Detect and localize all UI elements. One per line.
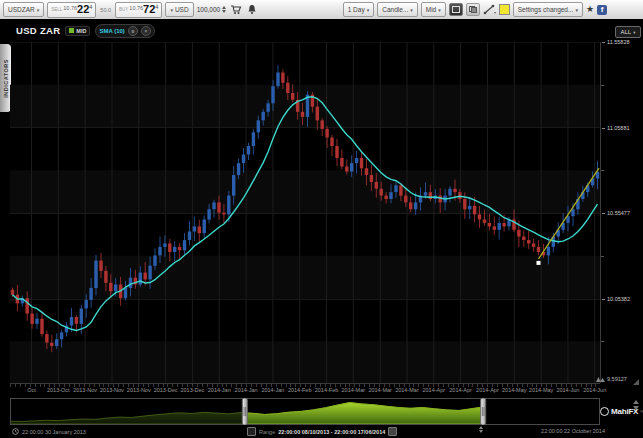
x-axis-label: 2014-Jan [261, 387, 284, 393]
x-axis-label: 2014-Feb [288, 387, 312, 393]
chart-type-select[interactable]: Candle... ▾ [377, 2, 418, 17]
area-min-icon [596, 376, 605, 382]
navigator-end-time: 22:00:00 22 October 2014 [460, 428, 605, 434]
y-axis-label: 11.55828 [602, 39, 630, 45]
sell-label: SELL [51, 7, 62, 12]
x-axis-label: 2013-Dec [154, 387, 178, 393]
trading-chart-app: USDZAR ▾ SELL 10.76 22 4 50.0 BUY 10.76 … [0, 0, 643, 438]
x-axis-label: 2014-Mar [395, 387, 419, 393]
price-type-value: Mid [426, 6, 436, 13]
plot-bands [10, 85, 600, 383]
trendline-tool-icon[interactable] [483, 3, 496, 16]
y-axis-label: 10.05382 [602, 296, 630, 302]
tile-windows-icon[interactable] [466, 3, 480, 16]
price-type-select[interactable]: Mid ▾ [421, 2, 446, 17]
chevron-down-icon: ▾ [633, 30, 635, 35]
x-axis-label: Oct [27, 387, 36, 393]
range-marker-end-icon[interactable] [388, 427, 397, 436]
sma-remove-icon[interactable]: × [141, 26, 151, 36]
x-axis-label: 2014-May [502, 387, 526, 393]
window-2 [471, 7, 477, 13]
indicators-tab-label: INDICATORS [3, 59, 9, 98]
chart-header: USD ZAR MID SMA (10) ≡ × [16, 24, 155, 37]
clock-icon [12, 428, 19, 435]
top-toolbar: USDZAR ▾ SELL 10.76 22 4 50.0 BUY 10.76 … [0, 0, 643, 20]
y-axis-minor-tick [601, 85, 604, 86]
chart-popout-icon[interactable] [449, 3, 463, 16]
chevron-down-icon: ▾ [575, 7, 578, 13]
y-axis-minor-tick [601, 256, 604, 257]
x-axis-label: 2014-Mar [342, 387, 366, 393]
x-axis-label: 2014-Feb [315, 387, 339, 393]
y-axis-minor-tick [601, 170, 604, 171]
end-time-value: 22:00:00 22 October 2014 [541, 428, 605, 434]
sell-big-figure: 10.76 [63, 5, 77, 11]
sma-settings-icon[interactable]: ≡ [128, 26, 138, 36]
buy-label: BUY [119, 7, 128, 12]
navigator-start-time: 22:00:00 30 January 2013 [12, 428, 86, 435]
navigator-handle-left[interactable] [242, 398, 247, 425]
bell-icon[interactable] [245, 3, 258, 16]
basket-icon[interactable] [229, 3, 242, 16]
currency-select[interactable]: ▾ USD [165, 2, 193, 17]
chevron-down-icon: ▾ [37, 7, 40, 13]
logo-ring-icon [600, 407, 609, 416]
range-navigator[interactable] [10, 398, 600, 425]
sell-button[interactable]: SELL 10.76 22 4 [47, 2, 96, 18]
zoom-all-button[interactable]: ALL ▾ [615, 26, 641, 38]
sell-pips: 22 [77, 4, 89, 15]
x-axis-label: 2014-May [529, 387, 553, 393]
chart-title: USD ZAR [16, 25, 60, 36]
color-swatch-yellow[interactable] [499, 4, 510, 15]
stepper-arrows-icon[interactable] [222, 6, 226, 13]
scroll-up-icon[interactable] [633, 400, 639, 404]
mahifx-logo: MahiFX ® [600, 407, 643, 416]
x-axis-label: 2014-Apr [476, 387, 499, 393]
popout-frame [452, 6, 460, 13]
x-axis-label: 2014-Jan [208, 387, 231, 393]
buy-fraction: 4 [155, 4, 158, 10]
navigator-handle-right[interactable] [481, 398, 486, 425]
x-axis-label: 2014-Jun [583, 387, 606, 393]
pair-select-value: USDZAR [8, 6, 35, 13]
chart-settings-controls: 1 Day ▾ Candle... ▾ Mid ▾ Settings chang… [343, 2, 643, 17]
pair-select[interactable]: USDZAR ▾ [3, 2, 44, 17]
amount-stepper[interactable]: 100,000 [197, 6, 227, 13]
x-axis-label: 2014-Apr [422, 387, 445, 393]
mid-price-badge: MID [65, 26, 90, 36]
period-select[interactable]: 1 Day ▾ [343, 2, 375, 17]
favorite-star-icon[interactable]: ★ [586, 5, 594, 14]
buy-button[interactable]: BUY 10.76 72 4 [115, 2, 162, 18]
range-marker-start-icon[interactable] [247, 427, 256, 436]
y-axis-minor-tick [601, 341, 604, 342]
amount-value: 100,000 [197, 6, 221, 13]
x-axis-label: 2014-Jan [235, 387, 258, 393]
x-axis-label: 2013-Nov [127, 387, 151, 393]
range-readout: Range 22:00:00 08/10/2013 - 22:00:00 17/… [247, 427, 397, 436]
trade-controls: USDZAR ▾ SELL 10.76 22 4 50.0 BUY 10.76 … [0, 2, 258, 18]
x-axis-label: 2014-Apr [449, 387, 472, 393]
sma-label: SMA (10) [99, 28, 124, 34]
y-axis-label: 10.55477 [602, 210, 630, 216]
resize-corner-icon[interactable] [633, 379, 639, 385]
chevron-down-icon: ▾ [438, 7, 441, 13]
settings-value: Settings changed... [518, 6, 574, 13]
x-axis-labels: Oct2013-Oct2013-Nov2013-Nov2013-Nov2013-… [10, 387, 600, 396]
x-axis-label: 2014-Mar [368, 387, 392, 393]
settings-select[interactable]: Settings changed... ▾ [513, 2, 583, 17]
chevron-down-icon: ▾ [410, 7, 413, 13]
x-axis-label: 2013-Nov [100, 387, 124, 393]
logo-text: MahiFX [611, 407, 638, 416]
y-axis-labels: 11.5582811.0588110.5547710.05382 [601, 42, 643, 383]
range-value: 22:00:00 08/10/2013 - 22:00:00 17/06/201… [278, 429, 385, 435]
trendline-anchor-marker[interactable] [537, 261, 541, 265]
chevron-down-icon: ▾ [367, 7, 370, 13]
chevron-down-icon: ▾ [170, 7, 173, 13]
axis-min-label: 9.59127 [596, 376, 627, 382]
facebook-icon[interactable]: f [597, 5, 607, 15]
y-axis-label: 11.05881 [602, 125, 630, 131]
sell-fraction: 4 [89, 4, 92, 10]
start-time-value: 22:00:00 30 January 2013 [22, 429, 86, 435]
x-axis-label: 2013-Nov [73, 387, 97, 393]
candlestick-plot[interactable] [10, 42, 600, 383]
